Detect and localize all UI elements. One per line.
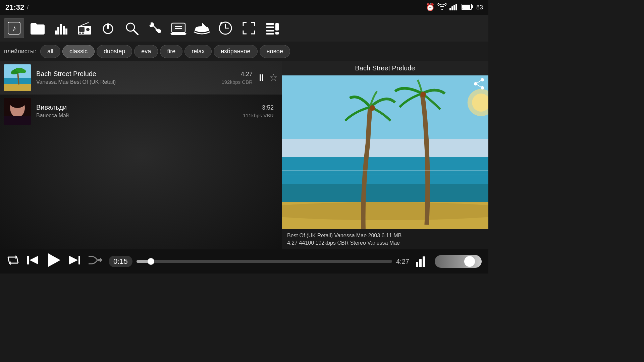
boat-icon[interactable]: [192, 18, 212, 38]
svg-rect-32: [266, 23, 274, 25]
svg-rect-13: [65, 28, 67, 35]
svg-rect-0: [449, 8, 451, 10]
current-time: 0:15: [109, 256, 132, 267]
svg-point-54: [282, 202, 488, 220]
wifi-icon: [437, 3, 447, 12]
next-button[interactable]: [68, 254, 81, 269]
toolbar: ♪: [0, 15, 488, 42]
battery-icon: [462, 3, 474, 12]
svg-rect-36: [275, 23, 279, 31]
svg-rect-2: [453, 5, 455, 10]
track-duration: 3:52: [262, 104, 274, 111]
status-icons: ⏰ 83: [426, 3, 483, 12]
svg-line-67: [8, 257, 9, 263]
track-thumbnail: [4, 98, 31, 125]
svg-rect-37: [275, 32, 279, 35]
right-panel: Bach Street Prelude: [282, 61, 488, 249]
album-art: [282, 75, 488, 229]
tab-relax[interactable]: relax: [184, 45, 212, 58]
svg-rect-15: [79, 27, 85, 32]
svg-rect-5: [472, 5, 473, 8]
progress-bar[interactable]: [137, 260, 392, 263]
svg-rect-75: [416, 262, 418, 267]
favorite-button[interactable]: ☆: [269, 72, 278, 83]
svg-rect-12: [63, 26, 65, 35]
svg-marker-70: [48, 253, 60, 267]
tools-icon[interactable]: [145, 18, 165, 38]
track-bitrate: 111kbps VBR: [243, 113, 274, 118]
svg-rect-68: [27, 256, 29, 264]
search-icon[interactable]: [121, 18, 142, 38]
svg-line-65: [477, 84, 481, 87]
svg-rect-71: [78, 256, 80, 264]
volume-bars-icon: [416, 254, 428, 268]
track-list: Bach Street Prelude Vanessa Mae Best Of …: [0, 61, 282, 249]
tab-novoye[interactable]: новое: [260, 45, 290, 58]
svg-line-64: [477, 80, 481, 83]
tab-all[interactable]: all: [40, 45, 60, 58]
svg-rect-77: [423, 256, 425, 267]
svg-rect-18: [79, 33, 81, 34]
svg-rect-3: [455, 4, 457, 10]
play-button[interactable]: [46, 252, 62, 271]
fullscreen-icon[interactable]: [239, 18, 259, 38]
tab-izbrannoye[interactable]: избранное: [214, 45, 257, 58]
signal-icon: [449, 3, 459, 12]
shuffle-button[interactable]: [88, 254, 102, 269]
svg-rect-40: [4, 78, 31, 84]
progress-container: 0:15 4:27: [109, 256, 409, 267]
share-button[interactable]: [474, 78, 484, 93]
progress-knob[interactable]: [148, 258, 154, 265]
repeat-button[interactable]: [7, 254, 19, 269]
pause-button[interactable]: ⏸: [257, 72, 266, 83]
volume-bar[interactable]: [435, 255, 482, 268]
svg-point-61: [481, 78, 484, 81]
tab-fire[interactable]: fire: [160, 45, 182, 58]
power-icon[interactable]: [98, 18, 118, 38]
track-item[interactable]: Bach Street Prelude Vanessa Mae Best Of …: [0, 61, 282, 95]
svg-point-16: [86, 28, 90, 31]
track-title: Bach Street Prelude: [36, 70, 221, 78]
svg-rect-11: [60, 24, 62, 35]
track-bitrate: 192kbps CBR: [221, 79, 253, 85]
track-album: Vanessa Mae Best Of (UK Retail): [36, 79, 221, 85]
svg-rect-76: [419, 259, 422, 267]
tab-classic[interactable]: classic: [62, 45, 95, 58]
svg-point-55: [370, 105, 375, 111]
track-details-line1: Best Of (UK Retail) Vanessa Mae 2003 6.1…: [287, 233, 483, 239]
track-info: Вивальди Ванесса Мэй: [36, 104, 243, 119]
tab-eva[interactable]: eva: [134, 45, 158, 58]
player-bar: 0:15 4:27: [0, 249, 488, 274]
status-separator: /: [27, 4, 29, 11]
svg-point-63: [481, 86, 484, 89]
previous-button[interactable]: [26, 254, 39, 269]
svg-rect-47: [4, 116, 31, 125]
svg-line-23: [133, 30, 138, 35]
track-album: Ванесса Мэй: [36, 113, 243, 119]
svg-point-56: [420, 92, 426, 97]
music-note-icon[interactable]: ♪: [4, 18, 24, 38]
clock-icon[interactable]: [215, 18, 235, 38]
svg-rect-9: [55, 31, 57, 35]
playlist-menu-icon[interactable]: [262, 18, 282, 38]
svg-point-62: [474, 82, 477, 85]
track-details: Best Of (UK Retail) Vanessa Mae 2003 6.1…: [282, 229, 488, 249]
track-item[interactable]: Вивальди Ванесса Мэй 3:52 111kbps VBR: [0, 95, 282, 128]
track-meta: 4:27 192kbps CBR: [221, 71, 253, 85]
svg-rect-10: [57, 27, 59, 35]
folder-icon[interactable]: [28, 18, 48, 38]
svg-text:♪: ♪: [12, 23, 16, 33]
main-content: Bach Street Prelude Vanessa Mae Best Of …: [0, 61, 488, 249]
tab-dubstep[interactable]: dubstep: [97, 45, 132, 58]
alarm-icon: ⏰: [426, 3, 435, 12]
scanner-icon[interactable]: [168, 18, 189, 38]
now-playing-title: Bach Street Prelude: [282, 61, 488, 75]
volume-knob[interactable]: [464, 256, 475, 267]
equalizer-icon[interactable]: [51, 18, 71, 38]
svg-rect-6: [462, 5, 470, 9]
status-time: 21:32: [5, 3, 24, 12]
svg-marker-69: [30, 256, 38, 264]
radio-icon[interactable]: [74, 18, 95, 38]
track-title: Вивальди: [36, 104, 243, 111]
track-details-line2: 4:27 44100 192kbps CBR Stereo Vanessa Ma…: [287, 240, 483, 246]
